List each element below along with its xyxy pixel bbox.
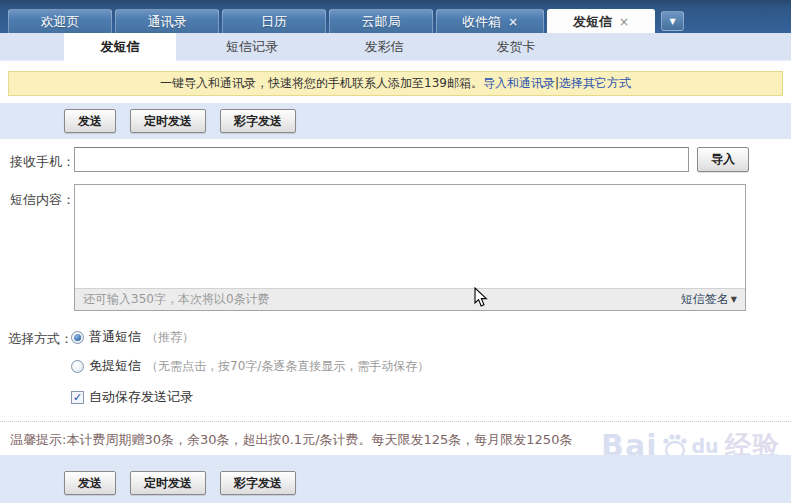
subtab-send-card[interactable]: 发贺卡 [460,33,572,61]
dotted-separator [0,421,791,422]
top-tab-bar: 欢迎页 通讯录 日历 云邮局 收件箱 × 发短信 × ▼ [0,0,791,33]
import-button[interactable]: 导入 [697,147,749,172]
option-normal-sms: 普通短信 （推荐） [71,328,194,346]
content-label: 短信内容： [10,191,75,209]
radio-normal-sms-note: （推荐） [146,329,194,346]
textarea-footer: 还可输入350字，本次将以0条计费 短信签名 ▼ [75,288,745,310]
scheduled-send-button[interactable]: 定时发送 [130,109,206,133]
autosave-checkbox[interactable]: ✓ [71,391,84,404]
signature-label: 短信签名 [681,291,729,308]
bottom-button-row: 发送 定时发送 彩字发送 [64,471,296,495]
tab-contacts-label: 通讯录 [148,13,187,31]
tab-cloud-post-label: 云邮局 [362,13,401,31]
color-text-send-button[interactable]: 彩字发送 [220,109,296,133]
tab-inbox-label: 收件箱 [462,13,501,31]
tab-inbox[interactable]: 收件箱 × [436,9,544,33]
recipient-label: 接收手机： [10,153,75,171]
autosave-label[interactable]: 自动保存发送记录 [89,388,193,406]
close-icon[interactable]: × [508,16,518,28]
tab-calendar[interactable]: 日历 [222,9,326,33]
tab-welcome[interactable]: 欢迎页 [8,9,112,33]
notice-text: 一键导入和通讯录，快速将您的手机联系人添加至139邮箱。 [160,76,483,90]
billing-tip: 温馨提示:本计费周期赠30条，余30条，超出按0.1元/条计费。每天限发125条… [10,431,572,449]
recipient-input[interactable] [74,147,689,172]
color-text-send-button-bottom[interactable]: 彩字发送 [220,471,296,495]
sms-content-box: 还可输入350字，本次将以0条计费 短信签名 ▼ [74,184,746,311]
subtab-send-sms[interactable]: 发短信 [64,33,176,61]
signature-dropdown[interactable]: 短信签名 ▼ [681,291,737,308]
radio-normal-sms[interactable] [71,331,84,344]
sms-compose-page: 欢迎页 通讯录 日历 云邮局 收件箱 × 发短信 × ▼ 发短信 短信记录 发彩… [0,0,791,503]
tab-list-dropdown-button[interactable]: ▼ [661,11,684,31]
import-notice-bar: 一键导入和通讯录，快速将您的手机联系人添加至139邮箱。导入和通讯录|选择其它方… [8,71,783,96]
radio-handsfree-sms-note: （无需点击，按70字/条逐条直接显示，需手动保存） [146,358,429,375]
tab-send-sms[interactable]: 发短信 × [547,9,655,33]
option-autosave: ✓ 自动保存发送记录 [71,388,193,406]
caret-down-icon: ▼ [731,295,737,304]
radio-normal-sms-label[interactable]: 普通短信 [89,328,141,346]
char-counter: 还可输入350字，本次将以0条计费 [83,291,270,308]
radio-handsfree-sms[interactable] [71,360,84,373]
top-action-strip: 发送 定时发送 彩字发送 [0,103,791,139]
close-icon[interactable]: × [619,16,629,28]
tab-contacts[interactable]: 通讯录 [115,9,219,33]
tab-cloud-post[interactable]: 云邮局 [329,9,433,33]
send-button[interactable]: 发送 [64,109,116,133]
sms-subnav: 发短信 短信记录 发彩信 发贺卡 [0,33,791,61]
radio-handsfree-sms-label[interactable]: 免提短信 [89,357,141,375]
import-contacts-link[interactable]: 导入和通讯录 [483,76,555,90]
bottom-action-strip: 发送 定时发送 彩字发送 [0,455,791,503]
other-method-link[interactable]: 选择其它方式 [559,76,631,90]
top-button-row: 发送 定时发送 彩字发送 [64,109,296,133]
watermark-du: du [692,435,719,457]
tab-welcome-label: 欢迎页 [41,13,80,31]
option-handsfree-sms: 免提短信 （无需点击，按70字/条逐条直接显示，需手动保存） [71,357,429,375]
method-label: 选择方式： [8,330,73,348]
tab-calendar-label: 日历 [261,13,287,31]
chevron-down-icon: ▼ [669,17,675,26]
subtab-send-mms[interactable]: 发彩信 [328,33,440,61]
tab-send-sms-label: 发短信 [573,13,612,31]
scheduled-send-button-bottom[interactable]: 定时发送 [130,471,206,495]
send-button-bottom[interactable]: 发送 [64,471,116,495]
mouse-cursor [474,287,488,308]
sms-content-textarea[interactable] [75,185,745,289]
subtab-sms-history[interactable]: 短信记录 [196,33,308,61]
